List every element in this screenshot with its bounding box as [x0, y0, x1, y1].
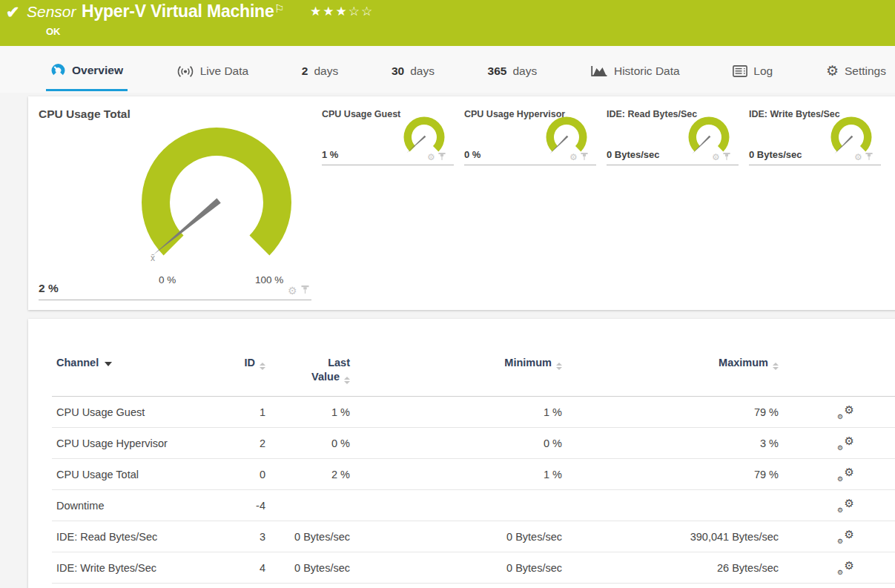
channel-last-value: 0 % [265, 437, 350, 449]
status-ok-check-icon: ✔ [6, 3, 19, 22]
channel-id: 1 [219, 406, 265, 418]
tile-separator [39, 300, 311, 300]
header-label: Last [328, 357, 350, 369]
tab-number: 30 [392, 65, 404, 78]
channel-name[interactable]: CPU Usage Hypervisor [52, 437, 219, 449]
pin-icon[interactable] [723, 151, 730, 164]
channel-settings-gears-icon[interactable]: ⚙⚙ [836, 498, 854, 513]
active-tab-underline [46, 89, 128, 91]
favorite-rating-stars[interactable]: ★★★☆☆ [310, 4, 374, 19]
gauge-icon [50, 62, 66, 78]
tile-separator [607, 165, 739, 165]
sensor-status-badge: OK [46, 26, 61, 37]
channel-id: -4 [219, 500, 265, 512]
channel-minimum: 1 % [350, 406, 562, 418]
gauge-tile-ide-read: IDE: Read Bytes/Sec 0 Bytes/sec ⚙ [607, 96, 739, 310]
gauge-scale-max: 100 % [255, 274, 283, 285]
column-header-minimum[interactable]: Minimum [350, 356, 562, 370]
tile-value: 0 % [464, 149, 480, 160]
column-header-last-value[interactable]: Last Value [265, 356, 350, 384]
tab-overview[interactable]: Overview [47, 62, 126, 93]
gauge-settings-gear-icon[interactable]: ⚙ [288, 286, 297, 295]
pin-icon[interactable] [581, 151, 588, 164]
header-label: ID [245, 357, 256, 369]
channel-name[interactable]: IDE: Write Bytes/Sec [52, 562, 219, 574]
gauge-settings-gear-icon[interactable]: ⚙ [712, 153, 720, 162]
channel-minimum: 1 % [350, 469, 562, 480]
tab-bar: Overview Live Data 2 days 30 days [0, 46, 895, 93]
channel-name[interactable]: CPU Usage Guest [52, 406, 219, 418]
gauge-settings-gear-icon[interactable]: ⚙ [854, 153, 862, 162]
channel-id: 0 [219, 469, 265, 480]
channel-last-value: 0 Bytes/sec [265, 562, 350, 574]
tab-2-days[interactable]: 2 days [299, 65, 341, 93]
channel-settings-gears-icon[interactable]: ⚙⚙ [836, 467, 854, 482]
tab-label: Log [753, 65, 773, 78]
channel-id: 3 [219, 531, 265, 543]
column-header-maximum[interactable]: Maximum [562, 356, 779, 370]
channel-settings-gears-icon[interactable]: ⚙⚙ [836, 529, 854, 544]
tab-live-data[interactable]: Live Data [174, 65, 251, 93]
tile-title: CPU Usage Guest [322, 109, 400, 119]
tab-label: days [512, 65, 537, 78]
header-label: Channel [56, 357, 99, 369]
main-gauge-title: CPU Usage Total [39, 108, 131, 121]
channel-settings-gears-icon[interactable]: ⚙⚙ [836, 561, 854, 575]
channel-id: 4 [219, 562, 265, 574]
gauge-settings-gear-icon[interactable]: ⚙ [569, 153, 578, 162]
channel-settings-gears-icon[interactable]: ⚙⚙ [836, 405, 854, 420]
table-header: Channel ID Last Value Minimum Maximum [52, 356, 895, 397]
tile-title: IDE: Write Bytes/Sec [749, 109, 840, 119]
sort-arrows-icon [773, 363, 779, 370]
tab-label: Live Data [200, 65, 248, 78]
channel-settings-gears-icon[interactable]: ⚙⚙ [836, 436, 854, 451]
tile-title: IDE: Read Bytes/Sec [607, 109, 697, 119]
sensor-title: Hyper-V Virtual Machine [82, 1, 274, 22]
channel-minimum: 0 % [350, 437, 562, 449]
channels-panel: Channel ID Last Value Minimum Maximum CP… [28, 319, 895, 588]
pin-icon[interactable] [301, 284, 309, 297]
channel-maximum: 79 % [562, 406, 779, 418]
channel-minimum: 0 Bytes/sec [350, 531, 562, 543]
sensor-header: ✔ Sensor Hyper-V Virtual Machine ⚐ ★★★☆☆… [0, 0, 895, 46]
gauge-tile-ide-write: IDE: Write Bytes/Sec 0 Bytes/sec ⚙ [749, 96, 881, 310]
tab-historic-data[interactable]: Historic Data [587, 64, 683, 93]
tab-label: days [410, 65, 435, 78]
channel-maximum: 79 % [562, 469, 779, 480]
live-data-icon [176, 65, 194, 78]
header-label: Minimum [504, 357, 552, 369]
tab-settings[interactable]: ⚙ Settings [823, 65, 889, 93]
channel-minimum: 0 Bytes/sec [350, 562, 562, 574]
tab-number: 365 [488, 65, 507, 78]
cpu-usage-total-gauge: x̄ [135, 121, 298, 284]
priority-flag-icon[interactable]: ⚐ [274, 2, 284, 16]
header-label: Maximum [719, 357, 768, 369]
tab-log[interactable]: Log [730, 65, 776, 93]
settings-gear-icon: ⚙ [826, 66, 839, 76]
table-row: CPU Usage Total 0 2 % 1 % 79 % ⚙⚙ [52, 459, 895, 490]
pin-icon[interactable] [865, 151, 873, 164]
sensor-kind-label: Sensor [27, 3, 76, 21]
tab-365-days[interactable]: 365 days [485, 65, 541, 93]
tab-30-days[interactable]: 30 days [389, 65, 437, 93]
tab-label: Overview [72, 64, 123, 77]
gauge-tile-cpu-usage-guest: CPU Usage Guest 1 % ⚙ [322, 96, 454, 310]
channel-name[interactable]: CPU Usage Total [52, 469, 219, 480]
gauge-tile-cpu-usage-hypervisor: CPU Usage Hypervisor 0 % ⚙ [464, 96, 596, 310]
gauge-scale-min: 0 % [159, 274, 176, 285]
channel-last-value: 2 % [265, 469, 350, 480]
channel-last-value: 0 Bytes/sec [265, 531, 350, 543]
gauges-panel: CPU Usage Total x̄ 0 % 100 % 2 % ⚙ CPU U… [28, 96, 895, 310]
tile-separator [749, 165, 881, 165]
column-header-channel[interactable]: Channel [52, 356, 219, 370]
sort-arrows-icon [344, 377, 350, 384]
table-row: Downtime -4 ⚙⚙ [52, 490, 895, 521]
tile-value: 0 Bytes/sec [607, 149, 660, 160]
channel-name[interactable]: Downtime [52, 500, 219, 512]
sort-arrows-icon [556, 363, 562, 370]
gauge-settings-gear-icon[interactable]: ⚙ [427, 153, 435, 162]
channel-name[interactable]: IDE: Read Bytes/Sec [52, 531, 219, 543]
column-header-id[interactable]: ID [219, 356, 265, 370]
pin-icon[interactable] [438, 151, 446, 164]
channel-id: 2 [219, 437, 265, 449]
